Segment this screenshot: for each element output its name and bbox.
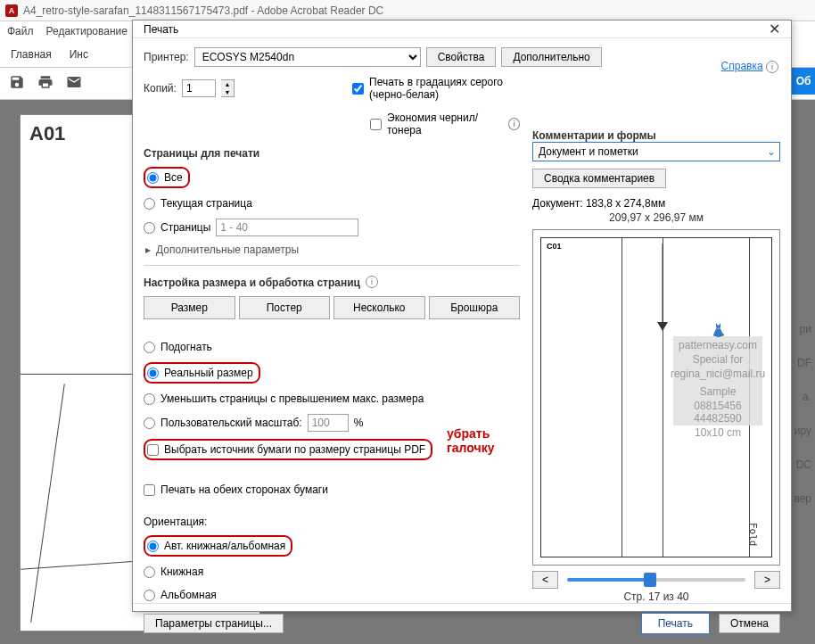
copies-input[interactable] <box>182 79 216 97</box>
help-link[interactable]: Справка <box>721 60 763 72</box>
inksave-label: Экономия чернил/тонера <box>387 111 503 136</box>
more-options-toggle[interactable]: Дополнительные параметры <box>156 244 299 256</box>
page-range-input[interactable] <box>216 219 358 236</box>
prev-page-button[interactable]: < <box>532 571 558 589</box>
mail-icon[interactable] <box>66 74 82 93</box>
window-title: A4_retro-style-sarafan_1148311567175473.… <box>23 4 383 17</box>
side-panel-button[interactable]: Об <box>792 68 815 95</box>
info-icon[interactable]: i <box>766 61 778 73</box>
radio-shrink[interactable] <box>144 393 155 405</box>
annotation-text: убрать <box>447 426 490 441</box>
paper-source-checkbox[interactable] <box>147 444 159 456</box>
grayscale-checkbox[interactable] <box>352 83 364 95</box>
radio-orient-landscape[interactable] <box>144 590 155 601</box>
sizing-section-header: Настройка размера и обработка страниц <box>144 277 360 289</box>
orientation-label: Ориентация: <box>144 516 520 528</box>
page-indicator: Стр. 17 из 40 <box>532 590 780 603</box>
duplex-checkbox[interactable] <box>144 484 155 496</box>
inksave-checkbox[interactable] <box>370 119 382 130</box>
custom-scale-input[interactable] <box>308 414 349 432</box>
print-preview: C01 👗 patterneasy.comSpecial forregina_n… <box>532 229 780 566</box>
print-icon[interactable] <box>37 74 54 93</box>
properties-button[interactable]: Свойства <box>426 47 497 67</box>
annotation-text: галочку <box>447 441 494 455</box>
radio-all[interactable] <box>147 172 159 184</box>
radio-range[interactable] <box>144 222 155 234</box>
tab-booklet[interactable]: Брошюра <box>429 296 521 319</box>
svg-marker-1 <box>657 322 668 331</box>
tab-size[interactable]: Размер <box>144 296 235 319</box>
radio-orient-auto[interactable] <box>147 541 159 552</box>
print-dialog: Печать ✕ Принтер: ECOSYS M2540dn Свойств… <box>132 20 792 612</box>
grayscale-label: Печать в градациях серого (черно-белая) <box>369 76 520 101</box>
paper-size-label: 209,97 x 296,97 мм <box>532 211 780 224</box>
cancel-button[interactable]: Отмена <box>719 614 780 633</box>
menu-edit[interactable]: Редактирование <box>46 25 128 37</box>
fold-label: Fold <box>747 523 759 547</box>
summarize-comments-button[interactable]: Сводка комментариев <box>532 169 666 188</box>
dialog-title: Печать <box>144 23 178 36</box>
page-setup-button[interactable]: Параметры страницы... <box>144 614 284 633</box>
tab-tools[interactable]: Инс <box>70 48 88 61</box>
radio-fit[interactable] <box>144 342 155 353</box>
tab-poster[interactable]: Постер <box>239 296 331 319</box>
chevron-down-icon: ⌄ <box>767 145 776 158</box>
chevron-right-icon[interactable]: ▸ <box>145 244 151 256</box>
next-page-button[interactable]: > <box>754 571 780 589</box>
page-slider[interactable] <box>567 578 745 582</box>
copies-label: Копий: <box>144 82 177 95</box>
radio-current[interactable] <box>144 198 155 210</box>
radio-custom-scale[interactable] <box>144 417 155 429</box>
comments-select[interactable]: Документ и пометки ⌄ <box>532 142 780 161</box>
page-label: A01 <box>29 122 65 145</box>
menu-file[interactable]: Файл <box>7 25 34 37</box>
save-icon[interactable] <box>9 74 25 93</box>
info-icon[interactable]: i <box>508 118 520 130</box>
tab-multiple[interactable]: Несколько <box>333 296 425 319</box>
tab-home[interactable]: Главная <box>11 48 52 61</box>
document-size-label: Документ: 183,8 x 274,8мм <box>532 197 780 210</box>
printer-label: Принтер: <box>144 51 189 63</box>
watermark: 👗 patterneasy.comSpecial forregina_nici@… <box>673 336 762 425</box>
radio-orient-portrait[interactable] <box>144 566 155 578</box>
close-icon[interactable]: ✕ <box>769 21 780 37</box>
radio-actual-size[interactable] <box>147 367 159 379</box>
arrow-down-icon <box>655 244 670 333</box>
pages-section-header: Страницы для печати <box>144 147 520 160</box>
comments-section-header: Комментарии и формы <box>532 129 780 142</box>
app-icon: A <box>5 4 18 17</box>
info-icon[interactable]: i <box>366 276 378 288</box>
printer-select[interactable]: ECOSYS M2540dn <box>194 47 421 67</box>
print-button[interactable]: Печать <box>641 613 710 634</box>
copies-spinner[interactable]: ▲▼ <box>221 79 235 97</box>
